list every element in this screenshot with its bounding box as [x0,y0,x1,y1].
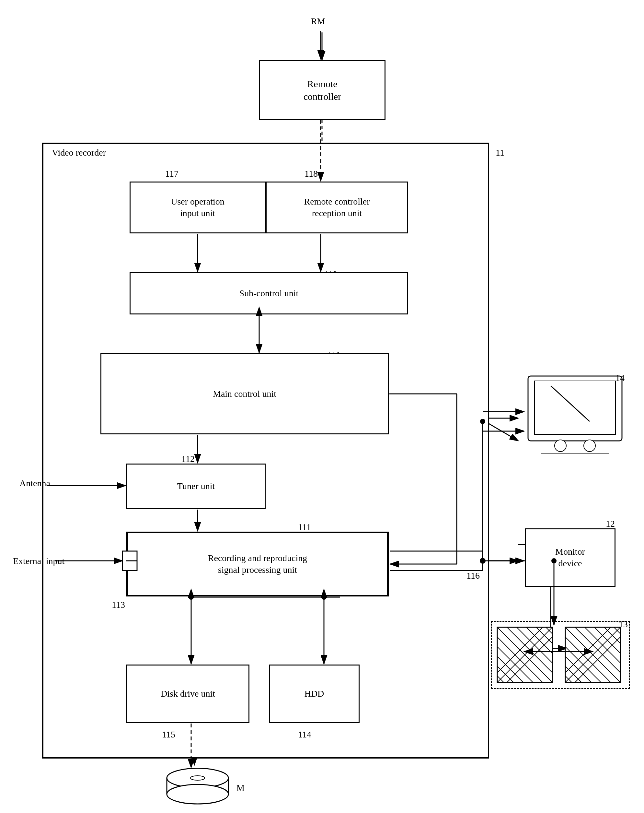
video-recorder-label: Video recorder [52,147,106,158]
ref-14: 14 [615,373,624,383]
remote-controller-reception-box: Remote controllerreception unit [266,181,408,233]
svg-point-38 [555,440,566,451]
external-input-label: External input [13,556,64,566]
main-control-box: Main control unit [100,353,389,434]
ref-118: 118 [304,169,318,179]
svg-point-74 [167,784,228,804]
tuner-box: Tuner unit [126,463,266,509]
ref-112: 112 [181,454,195,464]
ref-116: 116 [467,571,480,581]
antenna-label: Antenna [20,478,50,488]
recording-reproducing-box: Recording and reproducingsignal processi… [126,532,389,597]
sub-control-box: Sub-control unit [130,272,408,314]
ref-113: 113 [112,600,125,610]
video-recorder-box [42,143,489,759]
remote-controller-box: Remotecontroller [259,60,385,120]
svg-point-39 [584,440,595,451]
monitor-device-box: Monitordevice [525,528,615,587]
speakers-dashed-border [491,621,630,689]
ref-115: 115 [162,729,175,740]
tv-device-box [525,373,625,457]
hdd-box: HDD [269,664,359,723]
ref-13: 13 [619,619,628,629]
ref-114: 114 [298,729,311,740]
svg-point-75 [190,776,205,780]
ref-117: 117 [165,169,179,179]
disc-shape [165,768,230,812]
m-label: M [237,783,245,793]
rm-label: RM [311,16,325,26]
user-operation-input-box: User operationinput unit [130,181,266,233]
disk-drive-box: Disk drive unit [126,664,249,723]
ref-11: 11 [496,147,504,158]
ref-12: 12 [606,518,615,529]
ref-111: 111 [298,522,311,532]
